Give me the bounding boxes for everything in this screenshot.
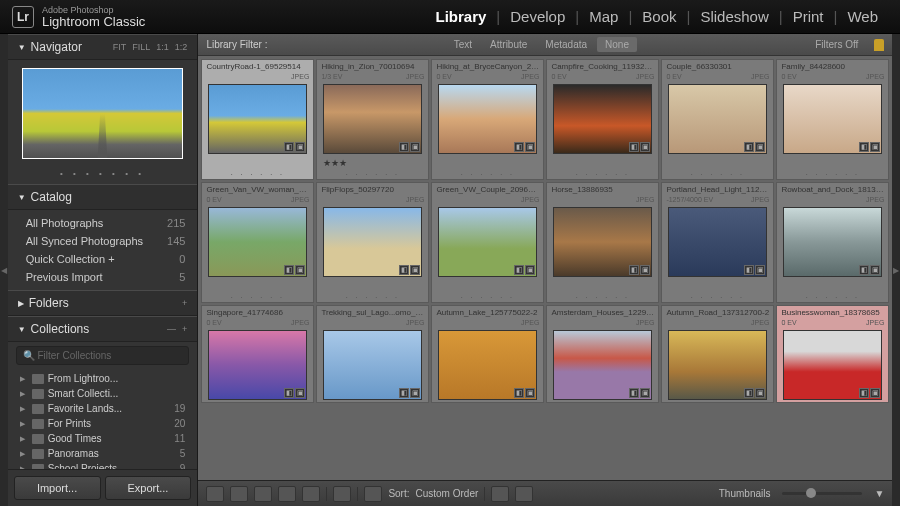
thumbnail-size-slider[interactable] (782, 492, 862, 495)
rating-stars[interactable] (662, 279, 773, 293)
sort-direction-icon[interactable] (364, 486, 382, 502)
catalog-item[interactable]: All Photographs215 (8, 214, 198, 232)
thumbnail-image[interactable]: ◧▣ (783, 207, 882, 277)
rating-stars[interactable] (202, 279, 313, 293)
reject-icon[interactable] (515, 486, 533, 502)
badge-icon[interactable]: ▣ (640, 265, 650, 275)
badge-icon[interactable]: ▣ (295, 265, 305, 275)
filter-tab-none[interactable]: None (597, 37, 637, 52)
lock-icon[interactable] (874, 39, 884, 51)
thumbnail-image[interactable]: ◧▣ (783, 330, 882, 400)
badge-icon[interactable]: ◧ (859, 142, 869, 152)
badge-icon[interactable]: ◧ (284, 388, 294, 398)
thumbnail-image[interactable]: ◧▣ (668, 84, 767, 154)
badge-icon[interactable]: ◧ (629, 265, 639, 275)
badge-icon[interactable]: ▣ (410, 388, 420, 398)
minus-icon[interactable]: — (167, 324, 176, 334)
badge-icon[interactable]: ◧ (859, 265, 869, 275)
zoom-FILL[interactable]: FILL (132, 42, 150, 52)
thumbnail-image[interactable]: ◧▣ (438, 207, 537, 277)
rating-stars[interactable] (662, 156, 773, 170)
badge-icon[interactable]: ◧ (399, 142, 409, 152)
thumbnail-image[interactable]: ◧▣ (668, 207, 767, 277)
zoom-FIT[interactable]: FIT (113, 42, 127, 52)
toolbar-menu-icon[interactable]: ▼ (874, 488, 884, 499)
badge-icon[interactable]: ◧ (284, 265, 294, 275)
thumbnail-image[interactable]: ◧▣ (553, 84, 652, 154)
thumbnail-image[interactable]: ◧▣ (208, 84, 307, 154)
catalog-item[interactable]: Previous Import5 (8, 268, 198, 286)
grid-cell[interactable]: Green_VW_Couple_209689493 JPEG ◧▣ · · · … (431, 182, 544, 303)
grid-cell[interactable]: Campfire_Cooking_119320839 0 EVJPEG ◧▣ ·… (546, 59, 659, 180)
badge-icon[interactable]: ▣ (755, 142, 765, 152)
folders-header[interactable]: ▶ Folders + (8, 290, 198, 316)
left-panel-toggle[interactable]: ◀ (0, 34, 8, 506)
module-web[interactable]: Web (837, 8, 888, 25)
thumbnail-image[interactable]: ◧▣ (438, 330, 537, 400)
badge-icon[interactable]: ▣ (640, 388, 650, 398)
grid-cell[interactable]: Businesswoman_18378685 0 EVJPEG ◧▣ (776, 305, 889, 403)
flag-icon[interactable] (491, 486, 509, 502)
rating-stars[interactable] (317, 279, 428, 293)
rating-stars[interactable] (547, 279, 658, 293)
collection-item[interactable]: ▶Panoramas5 (8, 446, 198, 461)
grid-cell[interactable]: Hiking_in_Zion_70010694 1/3 EVJPEG ◧▣ ★★… (316, 59, 429, 180)
thumbnail-image[interactable]: ◧▣ (668, 330, 767, 400)
filter-tab-metadata[interactable]: Metadata (537, 37, 595, 52)
collection-item[interactable]: ▶Good Times11 (8, 431, 198, 446)
right-panel-toggle[interactable]: ▶ (892, 34, 900, 506)
badge-icon[interactable]: ▣ (870, 388, 880, 398)
thumbnail-image[interactable]: ◧▣ (208, 330, 307, 400)
thumbnail-image[interactable]: ◧▣ (323, 207, 422, 277)
thumbnail-image[interactable]: ◧▣ (553, 207, 652, 277)
rating-stars[interactable] (777, 279, 888, 293)
badge-icon[interactable]: ◧ (514, 388, 524, 398)
badge-icon[interactable]: ▣ (870, 265, 880, 275)
badge-icon[interactable]: ◧ (629, 142, 639, 152)
badge-icon[interactable]: ◧ (859, 388, 869, 398)
badge-icon[interactable]: ▣ (755, 265, 765, 275)
rating-stars[interactable] (202, 156, 313, 170)
thumbnail-image[interactable]: ◧▣ (783, 84, 882, 154)
rating-stars[interactable] (777, 156, 888, 170)
grid-cell[interactable]: Couple_66330301 0 EVJPEG ◧▣ · · · · · · (661, 59, 774, 180)
badge-icon[interactable]: ▣ (525, 265, 535, 275)
thumbnail-image[interactable]: ◧▣ (553, 330, 652, 400)
badge-icon[interactable]: ◧ (744, 142, 754, 152)
thumbnail-image[interactable]: ◧▣ (323, 84, 422, 154)
thumbnail-image[interactable]: ◧▣ (438, 84, 537, 154)
collection-item[interactable]: ▶Favorite Lands...19 (8, 401, 198, 416)
survey-view-icon[interactable] (278, 486, 296, 502)
badge-icon[interactable]: ◧ (399, 388, 409, 398)
grid-cell[interactable]: Autumn_Lake_125775022-2 JPEG ◧▣ (431, 305, 544, 403)
module-slideshow[interactable]: Slideshow (690, 8, 778, 25)
zoom-1:1[interactable]: 1:1 (156, 42, 169, 52)
grid-cell[interactable]: Rowboat_and_Dock_181331006 JPEG ◧▣ · · ·… (776, 182, 889, 303)
grid-cell[interactable]: Trekking_sul_Lago...omo_193954248 JPEG ◧… (316, 305, 429, 403)
catalog-item[interactable]: Quick Collection +0 (8, 250, 198, 268)
export-button[interactable]: Export... (105, 476, 192, 500)
collections-header[interactable]: ▼ Collections — + (8, 316, 198, 342)
rating-stars[interactable] (432, 279, 543, 293)
zoom-1:2[interactable]: 1:2 (175, 42, 188, 52)
catalog-header[interactable]: ▼ Catalog (8, 184, 198, 210)
rating-stars[interactable] (432, 156, 543, 170)
badge-icon[interactable]: ◧ (514, 265, 524, 275)
collection-item[interactable]: ▶For Prints20 (8, 416, 198, 431)
grid-cell[interactable]: Autumn_Road_137312700-2 JPEG ◧▣ (661, 305, 774, 403)
grid-cell[interactable]: Singapore_41774686 0 EVJPEG ◧▣ (201, 305, 314, 403)
grid-view-icon[interactable] (206, 486, 224, 502)
import-button[interactable]: Import... (14, 476, 101, 500)
badge-icon[interactable]: ▣ (755, 388, 765, 398)
thumbnail-grid[interactable]: CountryRoad-1_69529514 JPEG ◧▣ · · · · ·… (198, 56, 892, 480)
sort-value[interactable]: Custom Order (416, 488, 479, 499)
add-icon[interactable]: + (182, 298, 187, 308)
painter-icon[interactable] (333, 486, 351, 502)
grid-cell[interactable]: CountryRoad-1_69529514 JPEG ◧▣ · · · · ·… (201, 59, 314, 180)
badge-icon[interactable]: ▣ (525, 142, 535, 152)
grid-cell[interactable]: Portland_Head_Light_112166324 -1257/4000… (661, 182, 774, 303)
badge-icon[interactable]: ◧ (744, 388, 754, 398)
thumbnail-image[interactable]: ◧▣ (208, 207, 307, 277)
navigator-preview[interactable] (22, 68, 184, 159)
badge-icon[interactable]: ◧ (284, 142, 294, 152)
